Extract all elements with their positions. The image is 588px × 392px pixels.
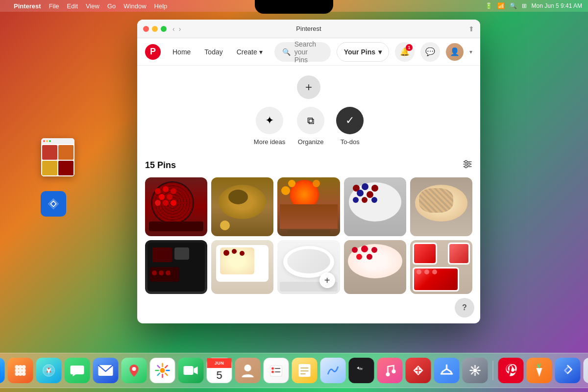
pin-item-10[interactable]	[410, 240, 472, 294]
svg-point-49	[473, 368, 477, 372]
dock-icon-news[interactable]	[406, 358, 431, 383]
dock-icon-settings[interactable]	[463, 358, 488, 383]
mini-pin-1	[42, 145, 57, 160]
dock-icon-jira-dock[interactable]	[555, 358, 581, 383]
dock-icon-carrot[interactable]	[527, 358, 552, 383]
side-window-thumbnail[interactable]	[41, 138, 74, 176]
browser-window: ‹ › Pinterest ⬆ P Home Today Create ▾ �	[137, 20, 480, 323]
nav-today[interactable]: Today	[198, 44, 228, 60]
help-button[interactable]: ?	[455, 298, 474, 318]
edit-menu[interactable]: Edit	[67, 2, 78, 10]
dock-icon-photos[interactable]	[150, 358, 175, 383]
dock-icon-trash[interactable]	[584, 358, 588, 383]
mini-pin-3	[42, 161, 57, 175]
dock-icon-maps[interactable]	[122, 358, 147, 383]
minimize-button[interactable]	[152, 26, 158, 32]
go-menu[interactable]: Go	[107, 2, 116, 10]
svg-point-30	[245, 365, 251, 371]
dock-icon-safari[interactable]	[36, 358, 62, 383]
pins-grid-row1	[145, 177, 472, 236]
pin-item-4[interactable]	[344, 177, 406, 236]
pin-item-9[interactable]	[344, 240, 406, 294]
dock-icon-music[interactable]	[377, 358, 403, 383]
forward-button[interactable]: ›	[179, 25, 181, 33]
add-to-board-button[interactable]: +	[297, 75, 320, 99]
dock-icon-notes[interactable]	[292, 358, 318, 383]
pinterest-nav: Home Today Create ▾	[167, 44, 269, 60]
pins-header: 15 Pins	[145, 159, 472, 172]
action-row: ✦ More ideas ⧉ Organize ✓ To-dos	[254, 107, 364, 153]
dock-icon-appstore[interactable]	[434, 358, 460, 383]
search-menubar-icon[interactable]: 🔍	[510, 2, 517, 9]
your-pins-button[interactable]: Your Pins ▾	[337, 42, 389, 62]
pinterest-logo[interactable]: P	[145, 44, 161, 60]
dock-icon-messages[interactable]	[65, 358, 90, 383]
filter-button[interactable]	[463, 159, 472, 172]
dock-icon-finder[interactable]	[0, 358, 5, 383]
control-center-icon[interactable]: ⊞	[522, 2, 527, 9]
avatar-button[interactable]: 👤	[446, 43, 464, 61]
svg-point-34	[271, 371, 274, 373]
nav-home[interactable]: Home	[167, 44, 196, 60]
svg-marker-29	[194, 367, 198, 374]
pin-item-3[interactable]	[277, 177, 340, 236]
svg-point-27	[160, 368, 165, 373]
desktop: Pinterest File Edit View Go Window Help …	[0, 0, 588, 392]
app-name-menu[interactable]: Pinterest	[14, 2, 41, 10]
back-button[interactable]: ‹	[172, 25, 175, 33]
svg-point-12	[19, 365, 23, 369]
file-menu[interactable]: File	[49, 2, 59, 10]
window-menu[interactable]: Window	[123, 2, 146, 10]
search-placeholder: Search your Pins	[294, 40, 323, 64]
svg-point-17	[15, 372, 19, 376]
messages-button[interactable]: 💬	[420, 42, 440, 62]
close-button[interactable]	[143, 26, 149, 32]
search-bar[interactable]: 🔍 Search your Pins	[274, 42, 331, 62]
add-pin-button[interactable]: +	[319, 272, 335, 288]
search-icon: 🔍	[282, 48, 291, 56]
dock-icon-facetime[interactable]	[178, 358, 204, 383]
organize-label: Organize	[298, 138, 324, 146]
mini-pin-4	[58, 161, 74, 175]
notification-badge: 1	[406, 44, 413, 51]
action-more-ideas[interactable]: ✦ More ideas	[254, 107, 285, 146]
dock-icon-contacts[interactable]	[235, 358, 261, 383]
pin-item-1[interactable]	[145, 177, 207, 236]
pin-item-7[interactable]	[211, 240, 273, 294]
dock-icon-launchpad[interactable]	[8, 358, 33, 383]
dock-icon-pinterest[interactable]	[498, 358, 524, 383]
pin-item-2[interactable]	[211, 177, 273, 236]
action-todos[interactable]: ✓ To-dos	[336, 107, 364, 146]
expand-button[interactable]: ▾	[469, 49, 472, 55]
pin-item-5[interactable]	[410, 177, 472, 236]
dock-icon-freeform[interactable]	[320, 358, 346, 383]
action-organize[interactable]: ⧉ Organize	[297, 107, 324, 146]
todos-icon-circle: ✓	[336, 107, 364, 134]
dock-separator	[493, 361, 493, 380]
help-menu[interactable]: Help	[154, 2, 168, 10]
battery-icon: 🔋	[485, 2, 492, 9]
view-menu[interactable]: View	[86, 2, 99, 10]
svg-text:tv: tv	[360, 367, 363, 371]
traffic-lights	[143, 26, 167, 32]
side-thumbnail-titlebar	[41, 138, 74, 144]
dock-icon-calendar[interactable]: JUN 5	[207, 358, 232, 383]
svg-rect-36	[299, 364, 311, 377]
desktop-jira-icon[interactable]	[41, 191, 66, 217]
pin-item-8[interactable]: +	[277, 240, 340, 294]
dock-icon-mail[interactable]	[93, 358, 119, 383]
browser-share-icon[interactable]: ⬆	[468, 25, 474, 33]
notification-button[interactable]: 🔔 1	[395, 42, 415, 62]
nav-create[interactable]: Create ▾	[231, 44, 269, 60]
svg-rect-6	[0, 362, 1, 379]
datetime-display: Mon Jun 5 9:41 AM	[532, 2, 582, 9]
organize-icon-circle: ⧉	[297, 107, 324, 134]
dock-icon-reminders[interactable]	[264, 358, 289, 383]
calendar-date: 5	[216, 368, 222, 383]
svg-rect-28	[184, 366, 194, 375]
more-ideas-label: More ideas	[254, 138, 285, 146]
pin-item-6[interactable]	[145, 240, 207, 294]
dock-icon-appletv[interactable]: tv	[349, 358, 374, 383]
create-label: Create	[237, 48, 257, 56]
maximize-button[interactable]	[161, 26, 167, 32]
